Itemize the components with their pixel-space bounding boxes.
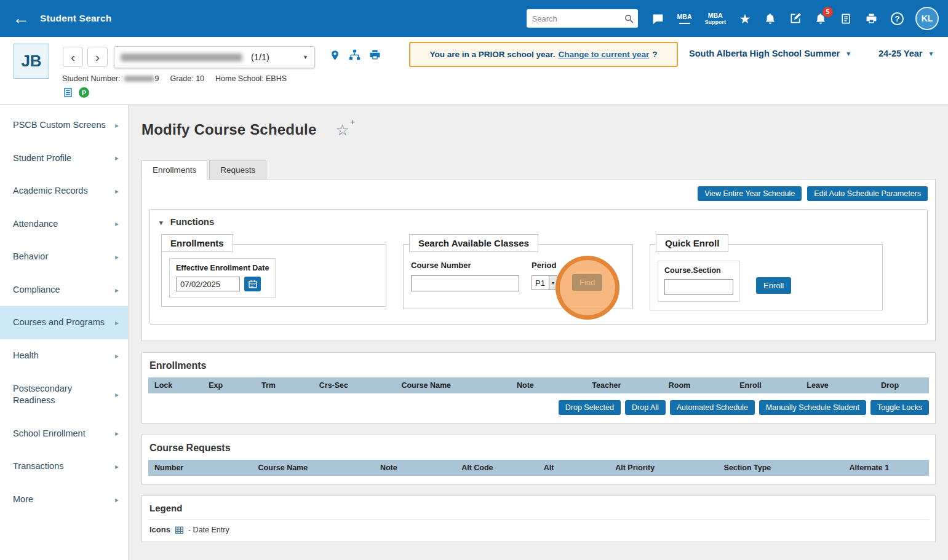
course-section-input[interactable]	[664, 279, 733, 295]
search-icon[interactable]	[624, 14, 634, 24]
sidebar-item-student-profile[interactable]: Student Profile▸	[0, 142, 128, 175]
enrollments-fieldset-legend: Enrollments	[161, 234, 233, 252]
period-group: Period P1 ▼	[532, 261, 557, 301]
school-selector[interactable]: South Alberta High School Summer ▼	[689, 49, 851, 58]
chevron-right-icon: ▸	[115, 494, 119, 504]
course-number-input[interactable]	[411, 275, 519, 291]
page-context-title: Student Search	[40, 13, 112, 24]
sidebar-item-label: Attendance	[13, 219, 58, 229]
course-number-group: Course Number	[411, 261, 519, 301]
mba-link[interactable]: MBA	[677, 13, 692, 23]
user-avatar[interactable]: KL	[915, 7, 939, 30]
notifications-bell-icon[interactable]: 5	[815, 12, 827, 25]
sidebar-item-behavior[interactable]: Behavior▸	[0, 240, 128, 274]
compose-icon[interactable]	[789, 12, 802, 25]
add-to-favorites-star-icon[interactable]: ☆ +	[335, 122, 349, 138]
calendar-icon[interactable]	[244, 277, 261, 291]
back-arrow-icon[interactable]: ←	[12, 10, 30, 27]
sidebar-item-academic-records[interactable]: Academic Records▸	[0, 175, 128, 208]
drop-selected-button[interactable]: Drop Selected	[559, 400, 621, 415]
manually-schedule-student-button[interactable]: Manually Schedule Student	[759, 400, 866, 415]
help-icon[interactable]: ?	[891, 12, 904, 25]
enrollments-action-buttons: Drop Selected Drop All Automated Schedul…	[142, 393, 935, 423]
sidebar-item-label: School Enrollment	[13, 428, 86, 438]
sidebar-item-label: Behavior	[13, 251, 48, 261]
mba-label: MBA	[677, 13, 692, 20]
functions-collapse-header[interactable]: ▾ Functions	[150, 210, 927, 229]
period-select[interactable]: P1 ▼	[532, 275, 557, 290]
home-school-label: Home School: EBHS	[215, 74, 287, 83]
sidebar-item-compliance[interactable]: Compliance▸	[0, 274, 128, 307]
change-to-current-year-link[interactable]: Change to current year	[558, 50, 649, 59]
search-available-classes-legend: Search Available Classes	[409, 234, 538, 252]
tab-enrollments[interactable]: Enrollments	[141, 160, 207, 179]
sidebar-item-health[interactable]: Health▸	[0, 339, 128, 373]
report-clipboard-icon[interactable]	[840, 12, 852, 25]
sidebar-item-label: Student Profile	[13, 153, 71, 163]
chevron-right-icon: ▸	[115, 351, 119, 361]
printer-icon[interactable]	[865, 12, 878, 25]
family-org-chart-icon[interactable]	[348, 49, 361, 64]
edit-auto-schedule-parameters-button[interactable]: Edit Auto Schedule Parameters	[807, 186, 928, 201]
column-header-number: Number	[148, 463, 230, 472]
sidebar-item-label: Health	[13, 350, 39, 360]
map-pin-icon[interactable]	[330, 49, 340, 65]
previous-student-button[interactable]: ‹	[63, 47, 83, 67]
sidebar-item-transactions[interactable]: Transactions▸	[0, 450, 128, 483]
bell-icon[interactable]	[764, 12, 776, 25]
automated-schedule-button[interactable]: Automated Schedule	[670, 400, 755, 415]
toggle-locks-button[interactable]: Toggle Locks	[870, 400, 929, 415]
sidebar-item-pscb-custom-screens[interactable]: PSCB Custom Screens▸	[0, 109, 128, 142]
student-name-redacted	[121, 53, 242, 61]
print-student-icon[interactable]	[368, 49, 381, 63]
course-number-label: Course Number	[411, 261, 519, 270]
left-navigation-sidebar: PSCB Custom Screens▸ Student Profile▸ Ac…	[0, 105, 129, 560]
course-requests-section-title: Course Requests	[142, 435, 935, 460]
chat-icon[interactable]	[651, 12, 664, 25]
student-pager: (1/1)	[251, 52, 269, 62]
period-label: Period	[532, 261, 557, 270]
search-input[interactable]	[532, 14, 624, 23]
chevron-right-icon: ▸	[115, 219, 119, 229]
student-avatar: JB	[14, 44, 49, 79]
notification-badge: 5	[823, 7, 833, 17]
sidebar-item-school-enrollment[interactable]: School Enrollment▸	[0, 417, 128, 451]
sidebar-item-label: Academic Records	[13, 186, 88, 195]
student-selector[interactable]: (1/1) ▼	[114, 46, 315, 68]
student-number-suffix: 9	[155, 74, 159, 83]
sidebar-item-courses-and-programs[interactable]: Courses and Programs▸	[0, 306, 128, 339]
document-flag-icon[interactable]	[63, 87, 73, 98]
tab-requests[interactable]: Requests	[209, 160, 266, 179]
top-navigation-bar: ← Student Search MBA MBA Support ★ 5	[0, 0, 948, 37]
sidebar-item-more[interactable]: More▸	[0, 483, 128, 516]
effective-enrollment-date-input[interactable]	[176, 277, 240, 291]
main-content: Modify Course Schedule ☆ + Enrollments R…	[129, 105, 948, 560]
student-flag-icons: P	[63, 87, 89, 98]
global-search-box[interactable]	[527, 9, 638, 28]
school-name: South Alberta High School Summer	[689, 49, 840, 58]
legend-date-entry-text: - Date Entry	[188, 526, 229, 534]
sidebar-item-postsecondary-readiness[interactable]: Postsecondary Readiness▸	[0, 373, 128, 417]
find-button[interactable]: Find	[572, 274, 602, 291]
year-selector[interactable]: 24-25 Year ▼	[878, 49, 934, 58]
powerschool-p-badge[interactable]: P	[79, 87, 89, 98]
enroll-button[interactable]: Enroll	[756, 277, 791, 294]
legend-section: Legend Icons - Date Entry	[141, 495, 936, 542]
star-outline-glyph: ☆	[335, 121, 349, 138]
next-student-button[interactable]: ›	[87, 47, 108, 67]
chevron-right-icon: ▸	[115, 186, 119, 196]
column-header-enroll: Enroll	[717, 381, 784, 390]
sidebar-item-attendance[interactable]: Attendance▸	[0, 208, 128, 241]
column-header-note: Note	[480, 381, 570, 390]
course-section-group: Course.Section	[658, 261, 740, 302]
mba-support-link[interactable]: MBA Support	[705, 12, 727, 25]
topbar-icon-group: MBA MBA Support ★ 5 ?	[651, 12, 904, 25]
chevron-right-icon: ▸	[115, 153, 119, 163]
collapse-caret-icon: ▾	[159, 219, 163, 226]
view-entire-year-schedule-button[interactable]: View Entire Year Schedule	[698, 186, 802, 201]
chevron-right-icon: ▸	[115, 318, 119, 328]
effective-date-group: Effective Enrollment Date	[169, 258, 276, 298]
favorites-star-icon[interactable]: ★	[739, 12, 751, 25]
date-entry-calendar-icon	[175, 526, 184, 534]
drop-all-button[interactable]: Drop All	[625, 400, 666, 415]
